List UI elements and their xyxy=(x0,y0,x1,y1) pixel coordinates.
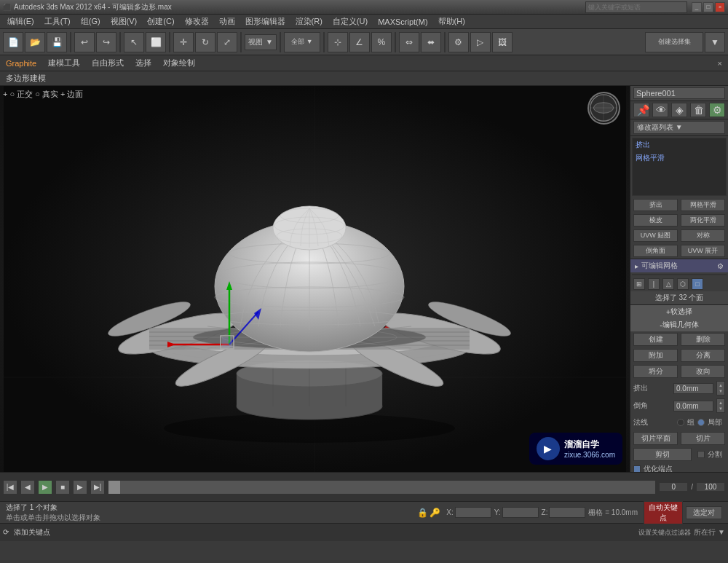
timeline-bar[interactable] xyxy=(108,480,656,495)
z-input[interactable] xyxy=(549,507,585,518)
make-unique-button[interactable]: ◈ xyxy=(671,103,687,117)
mesh-view-btn1[interactable]: ⊞ xyxy=(633,278,645,290)
extrude-modifier[interactable]: 挤出 xyxy=(633,138,726,151)
slice-plane-button[interactable]: 切片平面 xyxy=(633,432,678,445)
move-button[interactable]: ✛ xyxy=(173,32,194,52)
select-region-button[interactable]: ⬜ xyxy=(146,32,166,52)
play-button[interactable]: ▶ xyxy=(38,480,52,495)
extrude-input[interactable] xyxy=(673,383,713,394)
selection-tab[interactable]: 选择 xyxy=(132,57,154,69)
detach-button[interactable]: 分离 xyxy=(681,349,725,362)
freeform-tab[interactable]: 自由形式 xyxy=(89,57,127,69)
menu-graph-editor[interactable]: 图形编辑器 xyxy=(241,15,290,28)
viewport[interactable]: + ○ 正交 ○ 真实 + 边面 xyxy=(0,86,630,472)
extrude-spinner[interactable]: ▲ ▼ xyxy=(716,381,725,395)
reverse-button[interactable]: 改向 xyxy=(681,365,725,378)
select-button[interactable]: ↖ xyxy=(124,32,144,52)
delete-button[interactable]: 删除 xyxy=(681,333,725,346)
percent-snap[interactable]: % xyxy=(371,32,392,52)
close-button[interactable]: × xyxy=(715,2,725,12)
mesh-view-btn2[interactable]: | xyxy=(648,278,660,290)
minimize-button[interactable]: _ xyxy=(692,2,702,12)
align-button[interactable]: ⬌ xyxy=(421,32,441,52)
mesh-view-btn3[interactable]: △ xyxy=(662,278,674,290)
slice-button[interactable]: 切片 xyxy=(681,432,725,445)
go-to-end-button[interactable]: ▶| xyxy=(90,480,105,495)
mesh-settings-icon[interactable]: ⚙ xyxy=(717,262,724,270)
divide-checkbox[interactable] xyxy=(697,451,705,458)
menu-help[interactable]: 帮助(H) xyxy=(434,15,470,28)
total-frames-input[interactable] xyxy=(696,482,725,492)
go-to-start-button[interactable]: |◀ xyxy=(3,480,17,495)
uwv-btn[interactable]: UVW 贴图 xyxy=(633,229,678,242)
rotate-button[interactable]: ↻ xyxy=(195,32,215,52)
render-setup[interactable]: ⚙ xyxy=(448,32,469,52)
extrude-btn[interactable]: 挤出 xyxy=(633,199,678,211)
edit-geom-section-title[interactable]: - 编辑几何体 xyxy=(630,318,728,331)
collapse-button[interactable]: 坍分 xyxy=(633,365,678,378)
render-button[interactable]: ▷ xyxy=(470,32,491,52)
next-frame-button[interactable]: ▶ xyxy=(73,480,87,495)
open-button[interactable]: 📂 xyxy=(25,32,45,52)
angle-snap[interactable]: ∠ xyxy=(349,32,370,52)
scale-button[interactable]: ⤢ xyxy=(217,32,237,52)
x-input[interactable] xyxy=(455,507,491,518)
view-dropdown[interactable]: 视图 ▼ xyxy=(245,34,277,50)
menu-tools[interactable]: 工具(T) xyxy=(40,15,75,28)
attach-button[interactable]: 附加 xyxy=(633,349,678,362)
menu-create[interactable]: 创建(C) xyxy=(143,15,178,28)
menu-maxscript[interactable]: MAXScript(M) xyxy=(373,15,432,28)
auto-key-button[interactable]: 自动关键点 xyxy=(644,501,683,524)
named-selections[interactable]: ▼ xyxy=(705,32,725,52)
create-selection-set[interactable]: 创建选择集 xyxy=(645,32,703,52)
poly-modeling-label[interactable]: 多边形建模 xyxy=(3,72,49,84)
remove-modifier-button[interactable]: 🗑 xyxy=(690,103,706,117)
normal-local-radio[interactable] xyxy=(697,419,705,426)
mirror-button[interactable]: ⇔ xyxy=(399,32,419,52)
object-paint-tab[interactable]: 对象绘制 xyxy=(160,57,198,69)
show-end-result-button[interactable]: 👁 xyxy=(652,103,668,117)
meshsmooth-btn[interactable]: 网格平滑 xyxy=(681,199,725,211)
extrude-spinner-btn[interactable]: ▲ ▼ xyxy=(716,381,725,395)
active-shade[interactable]: 🖼 xyxy=(492,32,513,52)
modifier-list-dropdown[interactable]: 修改器列表 ▼ xyxy=(633,121,725,134)
skin-btn[interactable]: 棱皮 xyxy=(633,214,678,227)
viewport-nav[interactable] xyxy=(587,92,624,128)
chamfer-input[interactable] xyxy=(673,401,713,412)
normal-group-radio[interactable] xyxy=(677,419,684,426)
timeline-thumb[interactable] xyxy=(108,481,120,494)
menu-modifiers[interactable]: 修改器 xyxy=(181,15,213,28)
y-input[interactable] xyxy=(502,507,539,518)
search-input[interactable] xyxy=(585,1,687,13)
modeling-tools-tab[interactable]: 建模工具 xyxy=(45,57,83,69)
menu-group[interactable]: 组(G) xyxy=(76,15,105,28)
menu-animation[interactable]: 动画 xyxy=(215,15,240,28)
save-button[interactable]: 💾 xyxy=(47,32,67,52)
select-mode-button[interactable]: 选定对 xyxy=(686,506,722,519)
nav-gizmo[interactable] xyxy=(587,92,620,125)
smooth-modifier[interactable]: 网格平滑 xyxy=(633,151,726,165)
menu-customize[interactable]: 自定义(U) xyxy=(328,15,372,28)
menu-view[interactable]: 视图(V) xyxy=(106,15,142,28)
create-button[interactable]: 创建 xyxy=(633,333,678,346)
snap-toggle[interactable]: ⊹ xyxy=(328,32,348,52)
uwv-unwrap-btn[interactable]: UVW 展开 xyxy=(681,245,725,257)
bevel-face-btn[interactable]: 倒角面 xyxy=(633,245,678,257)
optimize-checkbox[interactable] xyxy=(633,465,641,472)
stop-button[interactable]: ■ xyxy=(55,480,70,495)
prev-frame-button[interactable]: ◀ xyxy=(20,480,35,495)
frame-input[interactable] xyxy=(659,482,688,492)
soft-select-section-title[interactable]: + 软选择 xyxy=(630,305,728,318)
redo-button[interactable]: ↪ xyxy=(96,32,116,52)
object-name-input[interactable] xyxy=(633,87,725,99)
pin-stack-button[interactable]: 📌 xyxy=(633,103,649,117)
configure-sets-button[interactable]: ⚙ xyxy=(709,103,725,117)
symmetry-btn[interactable]: 对称 xyxy=(681,229,725,242)
all-dropdown[interactable]: 全部 ▼ xyxy=(284,32,320,52)
cut-button[interactable]: 剪切 xyxy=(633,448,692,461)
maximize-button[interactable]: □ xyxy=(703,2,713,12)
smooth2-btn[interactable]: 两化平滑 xyxy=(681,214,725,227)
new-scene-button[interactable]: 📄 xyxy=(3,32,23,52)
menu-edit[interactable]: 编辑(E) xyxy=(3,15,39,28)
chamfer-spinner-btn[interactable]: ▲ ▼ xyxy=(716,398,725,413)
